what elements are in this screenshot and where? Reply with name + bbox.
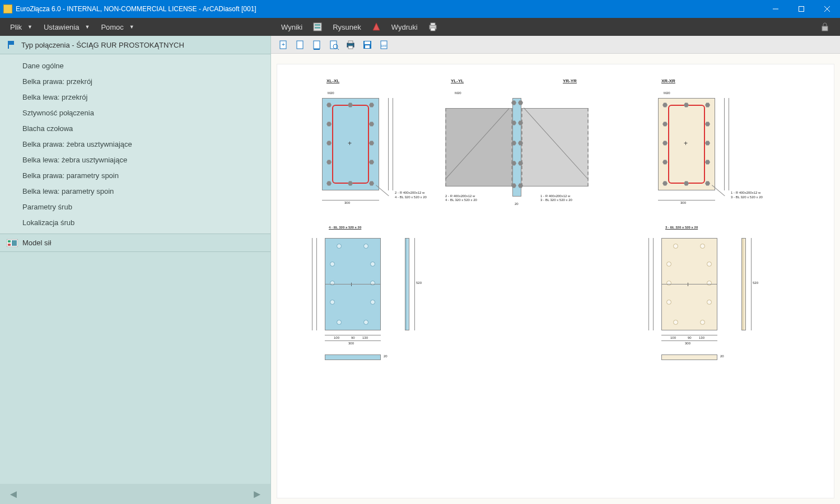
label-xl-xl: XL-XL xyxy=(326,78,339,83)
svg-text:+: + xyxy=(282,41,285,48)
window-title: EuroZłącza 6.0 - INTERNAL, NON-COMMERCIA… xyxy=(16,5,256,13)
m20-label-l: M20 xyxy=(328,91,334,95)
minimize-button[interactable] xyxy=(763,0,788,18)
titlebar: EuroZłącza 6.0 - INTERNAL, NON-COMMERCIA… xyxy=(0,0,840,18)
menu-results[interactable]: Wyniki xyxy=(276,18,308,36)
sidebar-item-stiffness[interactable]: Sztywność połączenia xyxy=(0,105,270,120)
next-button[interactable]: ► xyxy=(251,488,263,501)
section-force-model-label: Model sił xyxy=(22,239,51,247)
sidebar-item-bolt-params[interactable]: Parametry śrub xyxy=(0,199,270,214)
menu-prints[interactable]: Wydruki xyxy=(386,18,423,36)
lock-icon xyxy=(820,22,830,32)
menubar: Plik▼ Ustawienia▼ Pomoc▼ Wyniki Rysunek … xyxy=(0,18,840,36)
sidebar-item-general-data[interactable]: Dane ogólne xyxy=(0,58,270,73)
svg-rect-15 xyxy=(8,240,11,242)
window-controls xyxy=(763,0,840,18)
right-pane: + DXF XL-XL YL-YL YR-YR XR-XR + M20 xyxy=(271,36,840,504)
plate-bl-edge xyxy=(325,354,381,360)
maximize-button[interactable] xyxy=(788,0,814,18)
dxf-export-icon[interactable]: DXF xyxy=(379,39,390,50)
beam-right xyxy=(521,108,589,186)
beam-left xyxy=(445,108,512,186)
label-xr-xr: XR-XR xyxy=(661,78,675,83)
svg-text:DXF: DXF xyxy=(381,44,387,48)
plate-right-title: 3 - BL 320 x 520 x 20 xyxy=(665,226,698,229)
results-icon xyxy=(312,22,323,32)
sidebar-item-end-plate[interactable]: Blacha czołowa xyxy=(0,120,270,136)
save-icon[interactable] xyxy=(362,39,373,50)
sidebar-item-beam-left-ribs[interactable]: Belka lewa: żebra usztywniające xyxy=(0,152,270,167)
fit-page-icon[interactable] xyxy=(311,39,323,50)
drawing-canvas[interactable]: XL-XL YL-YL YR-YR XR-XR + M20 300 xyxy=(277,64,834,498)
m20-label-m: M20 xyxy=(455,91,461,95)
label-yr-yr: YR-YR xyxy=(563,78,577,83)
svg-rect-9 xyxy=(431,23,435,25)
sidebar: Typ połączenia - ŚCIĄG RUR PROSTOKĄTNYCH… xyxy=(0,36,271,504)
svg-rect-13 xyxy=(8,41,14,45)
svg-rect-30 xyxy=(365,41,370,44)
section-force-model[interactable]: Model sił xyxy=(0,234,270,252)
sidebar-item-beam-right-welds[interactable]: Belka prawa: parametry spoin xyxy=(0,167,270,183)
svg-rect-31 xyxy=(365,45,370,48)
flag-icon xyxy=(7,40,17,50)
svg-rect-1 xyxy=(799,7,804,12)
drawing-toolbar: + DXF xyxy=(271,36,840,54)
plate-bl-side xyxy=(405,238,409,330)
prev-button[interactable]: ◄ xyxy=(8,488,19,501)
sidebar-list: Dane ogólne Belka prawa: przekrój Belka … xyxy=(0,54,270,234)
menu-file[interactable]: Plik▼ xyxy=(4,18,38,36)
zoom-page-icon[interactable] xyxy=(328,39,339,50)
sidebar-item-bolt-location[interactable]: Lokalizacja śrub xyxy=(0,214,270,230)
centroid-xr: + xyxy=(684,139,688,147)
blank-page-icon[interactable] xyxy=(295,39,306,50)
menu-settings[interactable]: Ustawienia▼ xyxy=(38,18,96,36)
plate-left-title: 4 - BL 320 x 520 x 20 xyxy=(329,226,361,229)
svg-rect-11 xyxy=(822,26,828,31)
label-yl-yl: YL-YL xyxy=(451,78,464,83)
svg-rect-17 xyxy=(12,240,17,246)
sidebar-item-beam-left-welds[interactable]: Belka lewa: parametry spoin xyxy=(0,183,270,199)
svg-rect-10 xyxy=(431,28,435,31)
svg-marker-7 xyxy=(373,23,380,30)
svg-rect-16 xyxy=(8,244,11,246)
menu-drawing[interactable]: Rysunek xyxy=(327,18,367,36)
m20-label-r: M20 xyxy=(664,91,670,95)
force-model-icon xyxy=(7,239,18,247)
app-icon xyxy=(3,4,12,13)
svg-rect-5 xyxy=(315,24,320,26)
section-connection-type-label: Typ połączenia - ŚCIĄG RUR PROSTOKĄTNYCH xyxy=(21,41,184,49)
svg-rect-27 xyxy=(348,41,353,43)
new-page-icon[interactable]: + xyxy=(278,39,289,50)
drawing-icon xyxy=(371,22,381,32)
svg-rect-28 xyxy=(348,46,353,49)
sidebar-nav: ◄ ► xyxy=(0,484,270,504)
centroid-xl: + xyxy=(348,139,352,147)
menu-help[interactable]: Pomoc▼ xyxy=(95,18,139,36)
print-icon[interactable] xyxy=(345,39,356,50)
sidebar-item-beam-left-section[interactable]: Belka lewa: przekrój xyxy=(0,89,270,105)
svg-rect-6 xyxy=(315,27,320,29)
plate-br-side xyxy=(741,238,746,330)
svg-rect-21 xyxy=(314,41,320,49)
close-button[interactable] xyxy=(814,0,840,18)
svg-line-25 xyxy=(337,48,339,50)
plate-br-edge xyxy=(661,354,717,360)
endplate-center xyxy=(512,98,521,197)
sidebar-item-beam-right-ribs[interactable]: Belka prawa: żebra usztywniające xyxy=(0,136,270,152)
svg-rect-20 xyxy=(297,41,303,49)
printer-icon xyxy=(428,22,438,32)
section-connection-type[interactable]: Typ połączenia - ŚCIĄG RUR PROSTOKĄTNYCH xyxy=(0,36,270,54)
sidebar-item-beam-right-section[interactable]: Belka prawa: przekrój xyxy=(0,73,270,89)
